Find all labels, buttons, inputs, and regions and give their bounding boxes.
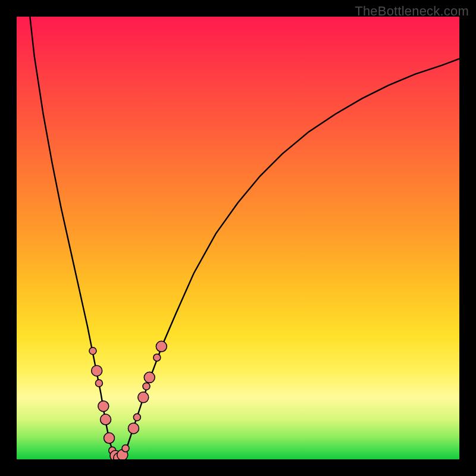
data-marker [109,447,116,454]
data-marker [92,365,102,376]
data-marker [95,380,102,387]
data-marker [156,341,167,352]
data-marker [133,414,140,421]
chart-frame: TheBottleneck.com [0,0,476,476]
data-marker [143,383,150,390]
data-marker [117,450,128,459]
bottleneck-curve [17,17,459,459]
data-marker [114,453,124,459]
data-marker [98,401,109,412]
data-marker [128,423,139,434]
plot-area [17,17,459,459]
data-marker [144,372,155,383]
data-marker [122,444,129,452]
data-marker [110,450,121,459]
data-marker [104,433,115,443]
data-marker [101,414,111,425]
data-marker [138,392,149,403]
data-marker [154,354,161,361]
data-marker [89,347,96,355]
